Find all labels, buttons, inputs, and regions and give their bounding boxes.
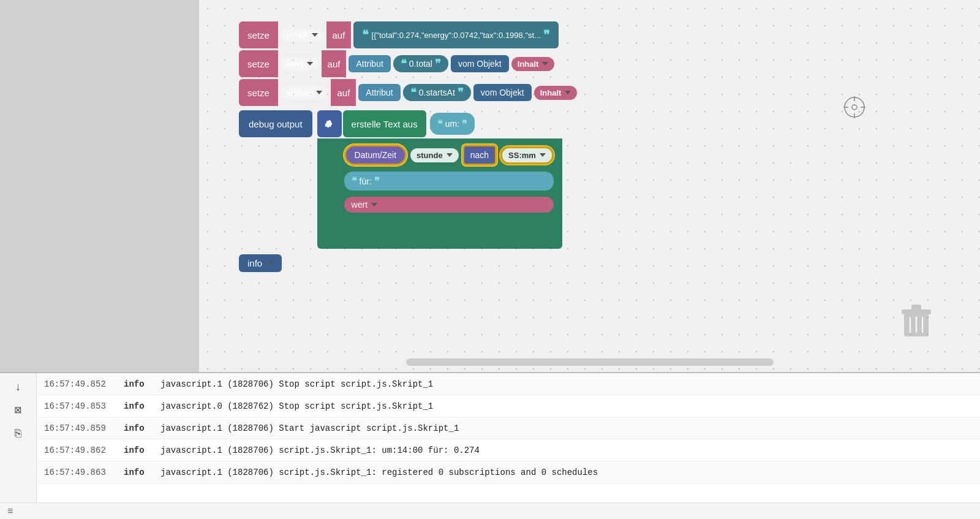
log-entry-2: 16:57:49.859 info javascript.1 (1828706)… (37, 417, 980, 439)
obj-dropdown-2[interactable] (542, 62, 548, 66)
log-entry-0: 16:57:49.852 info javascript.1 (1828706)… (37, 373, 980, 395)
format-label: SS:mm (508, 151, 536, 160)
var-name-1: Inhalt (287, 31, 308, 40)
nach-block: nach (462, 145, 497, 165)
log-actions: ↓ ⊠ ⎘ (0, 373, 37, 502)
attribut-text-2: Attribut (356, 59, 383, 69)
log-level-2: info (124, 423, 160, 433)
var-dropdown-1[interactable] (312, 33, 318, 37)
attr-val-3: 0.startsAt (419, 88, 455, 97)
info-dropdown-arrow[interactable] (267, 262, 273, 265)
auf-label-2: auf (322, 50, 347, 77)
log-message-4: javascript.1 (1828706) script.js.Skript_… (160, 468, 598, 477)
stunde-dropdown-pill[interactable]: stunde (410, 148, 459, 162)
sidebar-left (0, 0, 199, 372)
auf-text-1: auf (333, 30, 345, 40)
info-label: info (247, 258, 262, 268)
stunde-dropdown-arrow[interactable] (447, 153, 453, 157)
vom-objekt-text-2: vom Objekt (458, 59, 502, 69)
log-time-2: 16:57:49.859 (44, 423, 124, 433)
clear-icon: ⊠ (14, 404, 22, 415)
log-level-3: info (124, 445, 160, 455)
string-content-1: [{"total":0.274,"energy":0.0742,"tax":0.… (371, 31, 541, 40)
gear-icon (323, 118, 336, 130)
var-name-2: wert (287, 59, 303, 69)
close-quote-1: ❞ (543, 28, 550, 42)
erstelle-text-block: erstelle Text aus (343, 110, 426, 137)
auf-text-2: auf (328, 59, 341, 69)
log-entry-3: 16:57:49.862 info javascript.1 (1828706)… (37, 439, 980, 461)
var-dropdown-2[interactable] (307, 62, 313, 66)
datetime-row: Datum/Zeit stunde nach SS (344, 145, 554, 165)
stunde-var-pill[interactable]: stunde (281, 86, 329, 99)
download-log-button[interactable]: ↓ (10, 378, 27, 395)
svg-point-1 (852, 105, 857, 110)
gear-button[interactable] (317, 110, 342, 137)
canvas-area: setze Inhalt auf ❝ [{"total":0.274,"ener… (0, 0, 980, 372)
format-dropdown-arrow[interactable] (540, 153, 546, 157)
var-dropdown-3[interactable] (316, 91, 322, 94)
build-text-label: erstelle Text aus (352, 119, 418, 129)
attr-block-3: Attribut (358, 84, 400, 101)
vom-objekt-text-3: vom Objekt (481, 88, 524, 97)
log-level-1: info (124, 401, 160, 411)
fuer-close-quote: ❞ (374, 175, 380, 187)
copy-icon: ⎘ (15, 427, 21, 440)
canvas-main[interactable]: setze Inhalt auf ❝ [{"total":0.274,"ener… (199, 0, 980, 372)
row-4-debug: debug output (239, 110, 577, 249)
log-entry-1: 16:57:49.853 info javascript.0 (1828762)… (37, 395, 980, 417)
log-message-1: javascript.0 (1828762) Stop script scrip… (160, 401, 433, 411)
debug-label: debug output (249, 119, 303, 129)
setze-text-3: setze (247, 88, 270, 98)
row-2: setze wert auf Attribut ❝ 0.total (239, 50, 577, 77)
vom-objekt-3: vom Objekt (473, 84, 532, 101)
log-message-2: javascript.1 (1828706) Start javascript … (160, 423, 459, 433)
um-close-quote: ❞ (462, 118, 467, 130)
open-quote-3: ❝ (410, 87, 417, 98)
wert-dropdown-arrow[interactable] (371, 203, 377, 206)
log-entry-4: 16:57:49.863 info javascript.1 (1828706)… (37, 461, 980, 483)
compass-icon (842, 95, 867, 119)
menu-icon[interactable]: ≡ (7, 506, 13, 517)
nach-label: nach (470, 150, 489, 160)
um-string-block: ❝ um: ❞ (430, 113, 475, 135)
wert-var-pill[interactable]: wert (281, 58, 319, 70)
obj-var-3: Inhalt (540, 88, 562, 97)
copy-log-button[interactable]: ⎘ (10, 425, 27, 442)
row-1: setze Inhalt auf ❝ [{"total":0.274,"ener… (239, 21, 577, 48)
build-text-body: Datum/Zeit stunde nach SS (317, 138, 562, 249)
horizontal-scrollbar[interactable] (406, 358, 774, 366)
obj-dropdown-3[interactable] (565, 91, 571, 94)
trash-icon[interactable] (902, 305, 931, 341)
open-quote-2: ❝ (401, 58, 407, 69)
wert-label: wert (352, 200, 368, 210)
obj-inhalt-2[interactable]: Inhalt (511, 57, 555, 71)
obj-inhalt-3[interactable]: Inhalt (534, 86, 578, 100)
compass-target[interactable] (842, 95, 867, 122)
wert-block[interactable]: wert (344, 197, 554, 213)
log-level-4: info (124, 468, 160, 477)
fuer-open-quote: ❝ (352, 175, 357, 187)
inhalt-var-pill[interactable]: Inhalt (281, 29, 324, 42)
log-content-area: ↓ ⊠ ⎘ 16:57:49.852 info javascript.1 (18… (0, 373, 980, 502)
log-time-4: 16:57:49.863 (44, 468, 124, 477)
format-dropdown-pill[interactable]: SS:mm (500, 146, 554, 164)
clear-log-button[interactable]: ⊠ (10, 401, 27, 419)
setze-text-2: setze (247, 59, 270, 69)
auf-text-3: auf (337, 88, 350, 98)
build-text-area: erstelle Text aus ❝ um: ❞ (317, 110, 562, 249)
log-message-0: javascript.1 (1828706) Stop script scrip… (160, 379, 433, 389)
download-icon: ↓ (15, 381, 21, 393)
setze-label-2: setze (239, 50, 278, 77)
log-time-1: 16:57:49.853 (44, 401, 124, 411)
datetime-label: Datum/Zeit (355, 150, 396, 160)
info-block[interactable]: info (239, 254, 282, 272)
fuer-label: für: (360, 176, 372, 186)
svg-rect-8 (911, 305, 921, 311)
row-3: setze stunde auf Attribut ❝ 0.startsAt (239, 79, 577, 106)
trash-svg (902, 305, 931, 339)
log-level-0: info (124, 379, 160, 389)
log-time-0: 16:57:49.852 (44, 379, 124, 389)
string-value-1: ❝ [{"total":0.274,"energy":0.0742,"tax":… (353, 21, 559, 48)
debug-output-block: debug output (239, 110, 312, 137)
